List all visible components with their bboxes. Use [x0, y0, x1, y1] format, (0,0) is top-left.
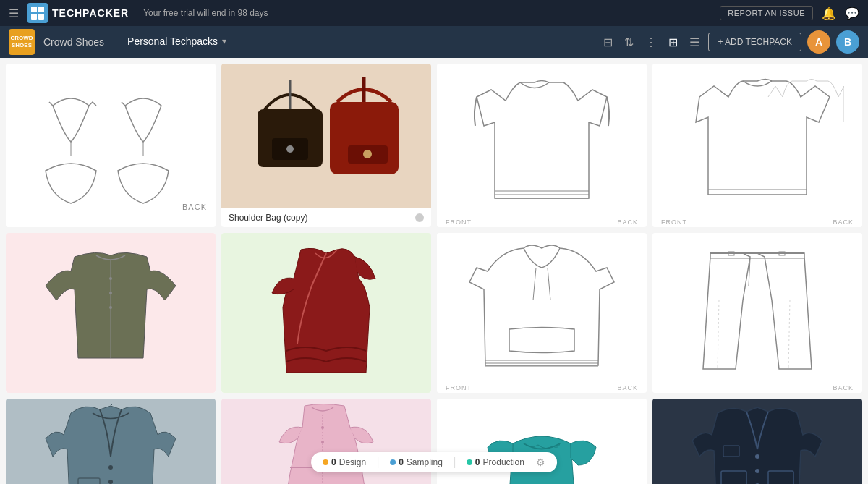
- back-label-sweatshirt: BACK: [614, 217, 641, 227]
- report-issue-button[interactable]: RepORT AN ISSUE: [720, 6, 813, 20]
- sampling-dot: [390, 459, 396, 465]
- status-bar: 0 Design 0 Sampling 0 Production ⚙: [311, 452, 557, 472]
- logo-icon: [27, 3, 48, 23]
- trial-text: Your free trial will end in 98 days: [143, 8, 268, 18]
- svg-point-21: [109, 306, 112, 309]
- hamburger-icon[interactable]: ☰: [9, 7, 19, 20]
- svg-point-36: [109, 465, 113, 470]
- grid-view-button[interactable]: ⊞: [665, 33, 681, 52]
- card-wrap-dress[interactable]: Wrap Dress (copy): [221, 233, 431, 393]
- back-label-hoodie: BACK: [614, 383, 641, 393]
- tab-label: Personal Techpacks: [127, 35, 218, 47]
- top-navbar: ☰ TECHPACKER Your free trial will end in…: [0, 0, 868, 26]
- card-image-hoodie: FRONT BACK: [437, 233, 647, 393]
- card-image-tshirt: FRONT BACK: [652, 64, 862, 227]
- divider-2: [454, 457, 455, 468]
- secondary-navbar: CROWDSHOES Crowd Shoes Personal Techpack…: [0, 26, 868, 58]
- svg-line-34: [788, 300, 790, 369]
- svg-point-11: [363, 150, 372, 158]
- main-content: Back Bikini (copy): [0, 58, 868, 484]
- production-label: Production: [483, 457, 524, 467]
- svg-point-52: [755, 469, 760, 473]
- status-design: 0 Design: [323, 457, 366, 467]
- svg-point-8: [286, 145, 294, 153]
- card-image-sweatshirt: FRONT BACK: [437, 64, 647, 227]
- svg-rect-0: [31, 7, 37, 12]
- sort-button[interactable]: ⇅: [621, 33, 637, 52]
- svg-rect-2: [31, 14, 37, 20]
- divider-1: [378, 457, 378, 468]
- design-dot: [323, 459, 328, 465]
- svg-point-37: [109, 480, 113, 484]
- tab-personal-techpacks[interactable]: Personal Techpacks ▾: [116, 26, 238, 58]
- card-shoulder-bag[interactable]: Shoulder Bag (copy): [221, 64, 431, 227]
- card-bikini[interactable]: Back Bikini (copy): [6, 64, 216, 227]
- svg-rect-1: [38, 7, 44, 12]
- back-label-bikini: Back: [179, 201, 210, 213]
- techpack-grid: Back Bikini (copy): [6, 64, 862, 484]
- card-footer-shoulder-bag: Shoulder Bag (copy): [221, 208, 431, 227]
- workspace-name: Crowd Shoes: [43, 36, 104, 48]
- svg-point-19: [109, 277, 112, 280]
- card-straight-pants[interactable]: BACK Straight Pants (copy): [652, 233, 862, 393]
- production-dot: [467, 459, 472, 465]
- svg-line-23: [533, 268, 536, 300]
- svg-line-33: [718, 300, 719, 369]
- bell-icon[interactable]: 🔔: [822, 7, 836, 20]
- svg-rect-3: [38, 14, 44, 20]
- logo-area: TECHPACKER: [27, 3, 129, 23]
- brand-name: TECHPACKER: [52, 7, 129, 19]
- card-image-wrap-dress: [221, 233, 431, 393]
- production-count: 0: [475, 457, 480, 467]
- card-image-jacket: [652, 399, 862, 484]
- svg-point-41: [321, 441, 324, 443]
- back-label-pants: BACK: [830, 383, 856, 393]
- workspace-logo[interactable]: CROWDSHOES: [9, 29, 35, 55]
- more-options-button[interactable]: ⋮: [642, 33, 660, 52]
- status-sampling: 0 Sampling: [390, 457, 443, 467]
- card-image-shoulder-bag: [221, 64, 431, 208]
- top-nav-right: RepORT AN ISSUE 🔔 💬: [720, 6, 859, 20]
- svg-line-24: [548, 268, 550, 300]
- front-label-sweatshirt: FRONT: [443, 217, 475, 227]
- status-dot-shoulder-bag: [415, 213, 424, 222]
- card-sweatshirt[interactable]: FRONT BACK Lightweight Sweatshirt (copy): [437, 64, 647, 227]
- back-label-tshirt: BACK: [830, 217, 856, 227]
- front-label-hoodie: FRONT: [443, 383, 475, 393]
- filter-button[interactable]: ⊟: [600, 33, 616, 52]
- card-blazer[interactable]: [6, 399, 216, 484]
- chat-icon[interactable]: 💬: [845, 7, 859, 20]
- svg-point-20: [109, 292, 112, 294]
- sampling-label: Sampling: [407, 457, 443, 467]
- secondary-nav-right: ⊟ ⇅ ⋮ ⊞ ☰ + ADD TECHPACK A B: [600, 30, 859, 54]
- add-techpack-button[interactable]: + ADD TECHPACK: [708, 33, 801, 51]
- sampling-count: 0: [399, 457, 404, 467]
- front-label-tshirt: FRONT: [658, 217, 690, 227]
- card-image-blazer: [6, 399, 216, 484]
- settings-icon[interactable]: ⚙: [536, 457, 545, 468]
- svg-point-40: [321, 426, 324, 429]
- svg-point-51: [755, 454, 760, 459]
- avatar-b[interactable]: B: [836, 30, 859, 54]
- design-count: 0: [331, 457, 336, 467]
- card-image-bikini: Back: [6, 64, 216, 227]
- card-image-straight-pants: BACK: [652, 233, 862, 393]
- avatar-a[interactable]: A: [807, 30, 830, 54]
- status-production: 0 Production: [467, 457, 524, 467]
- card-bell-sleeve[interactable]: Bell Sleeves Top (copy): [6, 233, 216, 393]
- design-label: Design: [339, 457, 366, 467]
- card-hoodie[interactable]: FRONT BACK Hoodie (copy): [437, 233, 647, 393]
- card-jacket[interactable]: [652, 399, 862, 484]
- chevron-down-icon: ▾: [222, 36, 226, 46]
- card-title-shoulder-bag: Shoulder Bag (copy): [229, 213, 307, 223]
- card-tshirt[interactable]: FRONT BACK Plain Men's T-shirt (copy): [652, 64, 862, 227]
- card-image-bell-sleeve: [6, 233, 216, 393]
- list-view-button[interactable]: ☰: [686, 33, 702, 52]
